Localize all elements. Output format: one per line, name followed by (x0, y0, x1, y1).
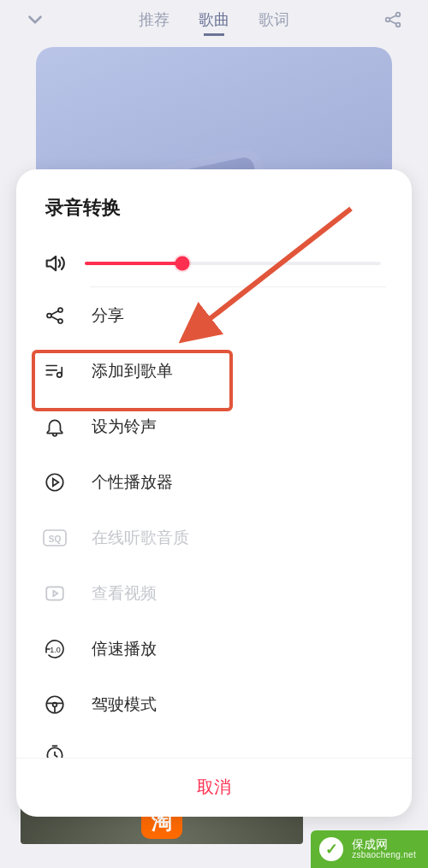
row-video: 查看视频 (42, 565, 386, 621)
row-label: 添加到歌单 (92, 360, 386, 382)
clock-icon (42, 743, 68, 758)
svg-marker-16 (53, 478, 59, 486)
watermark-badge: 保成网 zsbaocheng.net (311, 830, 428, 868)
options-sheet: 录音转换 分享 (16, 169, 412, 817)
volume-slider[interactable] (85, 262, 381, 265)
row-driving[interactable]: 驾驶模式 (42, 676, 386, 732)
sheet-items: 分享 添加到歌单 设为铃声 个性播放器 SQ 在线听歌音质 (16, 239, 412, 758)
watermark-check-icon (319, 837, 343, 861)
sq-quality-icon: SQ (42, 529, 68, 546)
sheet-title: 录音转换 (16, 169, 412, 239)
cancel-button[interactable]: 取消 (16, 758, 412, 817)
row-label: 设为铃声 (92, 416, 386, 438)
volume-icon (42, 251, 68, 275)
row-label: 驾驶模式 (92, 694, 386, 716)
svg-marker-5 (47, 257, 56, 270)
svg-point-7 (58, 308, 62, 312)
video-icon (42, 582, 68, 605)
row-cutoff[interactable] (42, 732, 386, 758)
player-skin-icon (42, 471, 68, 493)
svg-text:SQ: SQ (49, 534, 62, 543)
watermark-sub: zsbaocheng.net (352, 851, 416, 860)
row-share[interactable]: 分享 (42, 287, 386, 343)
steering-icon (42, 694, 68, 716)
svg-text:1.0: 1.0 (50, 646, 61, 654)
svg-point-6 (47, 313, 51, 317)
volume-row[interactable] (42, 239, 386, 287)
svg-point-15 (46, 474, 63, 491)
volume-knob[interactable] (175, 257, 190, 271)
bell-icon (42, 416, 68, 438)
add-playlist-icon (42, 360, 68, 382)
svg-rect-19 (46, 587, 63, 599)
row-ringtone[interactable]: 设为铃声 (42, 399, 386, 454)
row-add-playlist[interactable]: 添加到歌单 (42, 343, 386, 399)
row-quality: SQ 在线听歌音质 (42, 510, 386, 565)
watermark-title: 保成网 (352, 838, 388, 851)
row-player-skin[interactable]: 个性播放器 (42, 454, 386, 510)
row-label: 个性播放器 (92, 471, 386, 493)
speed-icon: 1.0 (42, 637, 68, 661)
row-speed[interactable]: 1.0 倍速播放 (42, 621, 386, 676)
row-label: 查看视频 (92, 582, 386, 605)
row-label: 分享 (92, 304, 386, 327)
svg-marker-20 (53, 590, 57, 596)
row-label: 在线听歌音质 (92, 527, 386, 549)
volume-fill (85, 262, 182, 265)
svg-point-8 (58, 319, 62, 323)
svg-line-9 (51, 310, 59, 314)
share-icon (42, 304, 68, 327)
row-label: 倍速播放 (92, 638, 386, 660)
svg-line-10 (51, 316, 59, 320)
